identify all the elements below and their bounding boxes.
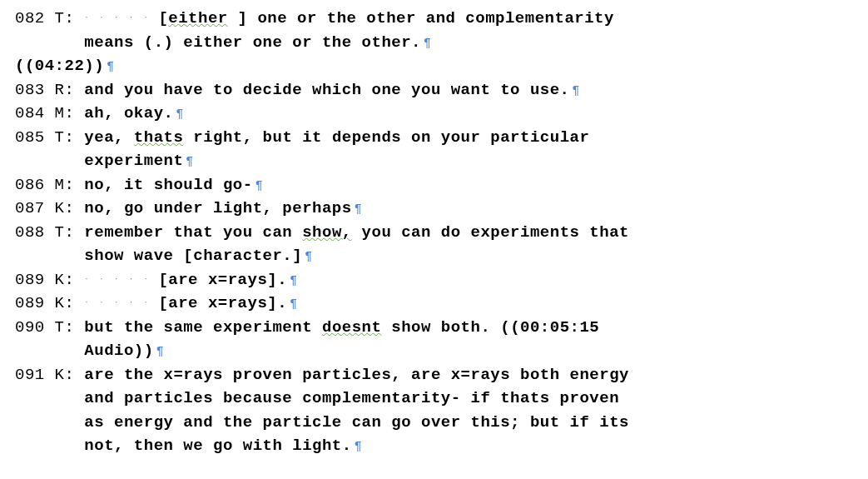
paragraph-mark-icon: ¶ xyxy=(104,60,115,74)
transcript-line: 088 T: remember that you can show, you c… xyxy=(15,221,853,268)
body-text: and you have to decide which one you wan… xyxy=(84,78,853,102)
transcript-line: 082 T: · · · · · [either ] one or the ot… xyxy=(15,7,853,54)
body-text: no, it should go-¶ xyxy=(84,173,853,197)
body-text: ah, okay.¶ xyxy=(84,102,853,126)
timestamp-text: ((04:22)) xyxy=(15,57,104,75)
continuation-text: Audio))¶ xyxy=(84,339,853,363)
line-body: and you have to decide which one you wan… xyxy=(84,78,853,102)
line-number: 089 xyxy=(15,292,55,316)
line-body: no, go under light, perhaps¶ xyxy=(84,197,853,221)
paragraph-mark-icon: ¶ xyxy=(173,107,184,122)
line-body: no, it should go-¶ xyxy=(84,173,853,197)
body-text: · · · · · [are x=rays].¶ xyxy=(84,292,853,316)
line-number: 082 xyxy=(15,7,55,31)
line-body: but the same experiment doesnt show both… xyxy=(84,316,853,363)
paragraph-mark-icon: ¶ xyxy=(570,84,581,98)
paragraph-mark-icon: ¶ xyxy=(183,155,194,169)
transcript-line: 087 K: no, go under light, perhaps¶ xyxy=(15,197,853,221)
line-number: 083 xyxy=(15,78,55,102)
grammar-underline: either xyxy=(168,9,227,27)
body-text: no, go under light, perhaps¶ xyxy=(84,197,853,221)
line-body: remember that you can show, you can do e… xyxy=(84,221,853,268)
line-number: 086 xyxy=(15,173,55,197)
speaker-label: M: xyxy=(55,102,85,126)
paragraph-mark-icon: ¶ xyxy=(253,179,264,193)
line-number: 090 xyxy=(15,316,55,340)
line-number: 084 xyxy=(15,102,55,126)
transcript-container: 082 T: · · · · · [either ] one or the ot… xyxy=(15,7,853,458)
transcript-line: 085 T: yea, thats right, but it depends … xyxy=(15,126,853,173)
grammar-underline: thats xyxy=(134,128,184,147)
paragraph-mark-icon: ¶ xyxy=(352,202,363,217)
paragraph-mark-icon: ¶ xyxy=(302,250,313,264)
speaker-label: T: xyxy=(55,7,85,31)
grammar-underline: show, xyxy=(302,223,352,242)
transcript-line: 086 M: no, it should go-¶ xyxy=(15,173,853,197)
speaker-label: T: xyxy=(55,221,85,245)
speaker-label: K: xyxy=(55,292,85,316)
transcript-line: 084 M: ah, okay.¶ xyxy=(15,102,853,126)
body-text: as energy and the particle can go over t… xyxy=(84,411,853,435)
line-number: 089 xyxy=(15,268,55,292)
body-text: are the x=rays proven particles, are x=r… xyxy=(84,363,853,387)
speaker-label: R: xyxy=(55,78,85,102)
body-text: · · · · · [either ] one or the other and… xyxy=(84,7,853,31)
body-text: remember that you can show, you can do e… xyxy=(84,221,853,245)
transcript-line: 091 K: are the x=rays proven particles, … xyxy=(15,363,853,458)
transcript-line: 090 T: but the same experiment doesnt sh… xyxy=(15,316,853,363)
paragraph-mark-icon: ¶ xyxy=(421,37,432,51)
line-body: are the x=rays proven particles, are x=r… xyxy=(84,363,853,458)
speaker-label: K: xyxy=(55,197,85,221)
body-text: and particles because complementarity- i… xyxy=(84,387,853,411)
paragraph-mark-icon: ¶ xyxy=(154,345,165,359)
line-body: ah, okay.¶ xyxy=(84,102,853,126)
grammar-underline: doesnt xyxy=(322,318,381,337)
line-number: 087 xyxy=(15,197,55,221)
speaker-label: T: xyxy=(55,126,85,150)
continuation-text: experiment¶ xyxy=(84,149,853,173)
body-text: yea, thats right, but it depends on your… xyxy=(84,126,853,150)
continuation-text: means (.) either one or the other.¶ xyxy=(84,31,853,55)
line-body: · · · · · [either ] one or the other and… xyxy=(84,7,853,54)
line-body: · · · · · [are x=rays].¶ xyxy=(84,292,853,316)
continuation-text: show wave [character.]¶ xyxy=(84,244,853,268)
transcript-line: ((04:22))¶ xyxy=(15,54,853,78)
speaker-label: K: xyxy=(55,268,85,292)
paragraph-mark-icon: ¶ xyxy=(287,297,298,312)
paragraph-mark-icon: ¶ xyxy=(287,274,298,288)
body-text: · · · · · [are x=rays].¶ xyxy=(84,268,853,292)
line-body: · · · · · [are x=rays].¶ xyxy=(84,268,853,292)
transcript-line: 089 K: · · · · · [are x=rays].¶ xyxy=(15,268,853,292)
transcript-line: 083 R: and you have to decide which one … xyxy=(15,78,853,102)
line-number: 085 xyxy=(15,126,55,150)
line-number: 088 xyxy=(15,221,55,245)
speaker-label: M: xyxy=(55,173,85,197)
transcript-line: 089 K: · · · · · [are x=rays].¶ xyxy=(15,292,853,316)
paragraph-mark-icon: ¶ xyxy=(352,440,363,454)
body-text: not, then we go with light.¶ xyxy=(84,434,853,458)
speaker-label: T: xyxy=(55,316,85,340)
line-number: 091 xyxy=(15,363,55,387)
speaker-label: K: xyxy=(55,363,85,387)
line-body: yea, thats right, but it depends on your… xyxy=(84,126,853,173)
body-text: but the same experiment doesnt show both… xyxy=(84,316,853,340)
